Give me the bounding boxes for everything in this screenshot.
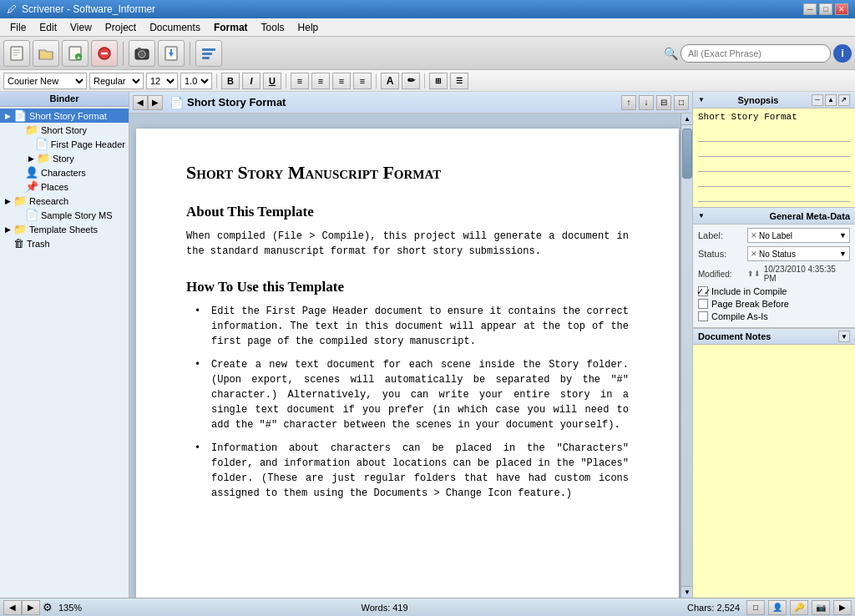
compile-as-is-row: Compile As-Is: [698, 311, 850, 321]
tree-label: Short Story Format: [29, 111, 107, 121]
label-row: Label: ✕ No Label ▼: [698, 228, 850, 243]
menu-file[interactable]: File: [3, 20, 33, 35]
highlight-button[interactable]: ✏: [402, 73, 420, 89]
size-select[interactable]: 12: [146, 73, 178, 89]
titlebar: 🖊 Scrivener - Software_Informer ─ □ ✕: [0, 0, 855, 18]
status-view-btn-4[interactable]: 📷: [812, 600, 830, 615]
synopsis-expand-icon[interactable]: ▲: [825, 94, 837, 106]
tree-item-sample-story[interactable]: 📄 Sample Story MS: [0, 208, 129, 222]
tree-item-characters[interactable]: 👤 Characters: [0, 165, 129, 179]
menu-documents[interactable]: Documents: [143, 20, 207, 35]
zoom-decrease-button[interactable]: ◀: [3, 600, 22, 615]
snapshot-button[interactable]: [129, 40, 155, 67]
status-view-btn-2[interactable]: 👤: [768, 600, 787, 615]
folder-icon: 📁: [25, 124, 38, 136]
menu-edit[interactable]: Edit: [33, 20, 63, 35]
export-button[interactable]: [158, 40, 185, 67]
view-mode-button[interactable]: □: [674, 95, 689, 110]
status-view-btn-3[interactable]: 🔑: [790, 600, 808, 615]
doc-notes-arrow-icon[interactable]: ▼: [838, 331, 850, 342]
synopsis-detach-icon[interactable]: ↗: [838, 94, 850, 106]
svg-rect-18: [202, 57, 210, 59]
zoom-increase-button[interactable]: ▶: [22, 600, 40, 615]
search-icon: 🔍: [664, 47, 678, 60]
scrollbar-down-button[interactable]: ▼: [681, 586, 692, 598]
menu-tools[interactable]: Tools: [255, 20, 291, 35]
editor-scrollbar[interactable]: ▲ ▼: [680, 114, 692, 598]
tree-item-story[interactable]: ▶ 📁 Story: [0, 151, 129, 165]
page-break-checkbox[interactable]: [698, 299, 708, 309]
doc-notes-content[interactable]: [693, 345, 855, 598]
add-button[interactable]: +: [62, 40, 89, 67]
label-dropdown[interactable]: ✕ No Label ▼: [747, 228, 850, 243]
search-input[interactable]: [680, 44, 831, 63]
align-justify-button[interactable]: ≡: [353, 73, 372, 89]
align-left-button[interactable]: ≡: [291, 73, 309, 89]
underline-button[interactable]: U: [263, 73, 281, 89]
menu-format[interactable]: Format: [207, 20, 255, 35]
synopsis-lines: [698, 129, 850, 202]
svg-rect-0: [11, 47, 23, 60]
synopsis-line-3: [698, 159, 850, 172]
doc-icon: 📄: [13, 109, 27, 122]
format-separator-3: [376, 73, 377, 88]
editor-main[interactable]: Short Story Manuscript Format About This…: [129, 114, 680, 598]
status-label: Status:: [698, 249, 744, 259]
status-dropdown[interactable]: ✕ No Status ▼: [747, 246, 850, 261]
compile-as-is-checkbox[interactable]: [698, 311, 708, 321]
nav-button[interactable]: [195, 40, 222, 67]
binder-header: Binder: [0, 92, 129, 107]
close-button[interactable]: ✕: [835, 3, 848, 15]
synopsis-text: Short Story Format: [698, 112, 797, 122]
scrollbar-thumb[interactable]: [682, 129, 692, 179]
split-button[interactable]: ⊟: [656, 95, 671, 110]
nav-down-button[interactable]: ↓: [639, 95, 654, 110]
tree-label: First Page Header: [51, 139, 125, 149]
maximize-button[interactable]: □: [819, 3, 832, 15]
status-view-btn-5[interactable]: ▶: [833, 600, 852, 615]
scrollbar-up-button[interactable]: ▲: [681, 114, 692, 125]
include-compile-row: ✓ Include in Compile: [698, 286, 850, 296]
synopsis-minimize-icon[interactable]: ─: [812, 94, 823, 106]
align-center-button[interactable]: ≡: [311, 73, 330, 89]
include-compile-checkbox[interactable]: ✓: [698, 286, 708, 296]
spacing-select[interactable]: 1.0: [180, 73, 212, 89]
open-button[interactable]: [33, 40, 59, 67]
bullet-item-2: Create a new text document for each scen…: [195, 357, 629, 432]
list-button[interactable]: ☰: [450, 73, 468, 89]
minimize-button[interactable]: ─: [803, 3, 817, 15]
meta-content: Label: ✕ No Label ▼ Status: ✕ No Status …: [693, 225, 855, 327]
synopsis-content[interactable]: Short Story Format: [693, 109, 855, 207]
tree-item-places[interactable]: 📌 Places: [0, 179, 129, 194]
status-x-icon: ✕: [751, 250, 757, 258]
tree-item-short-story[interactable]: 📁 Short Story: [0, 123, 129, 137]
doc-title-icon: 📄: [169, 96, 184, 109]
align-right-button[interactable]: ≡: [332, 73, 351, 89]
menu-project[interactable]: Project: [99, 20, 143, 35]
compile-as-is-label: Compile As-Is: [711, 311, 768, 321]
doc-notes-icons: ▼: [838, 331, 850, 342]
nav-up-button[interactable]: ↑: [621, 95, 636, 110]
format-separator-2: [286, 73, 286, 88]
synopsis-line-1: [698, 129, 850, 142]
info-button[interactable]: i: [833, 44, 852, 63]
menu-view[interactable]: View: [63, 20, 99, 35]
menu-help[interactable]: Help: [291, 20, 326, 35]
tree-item-trash[interactable]: 🗑 Trash: [0, 236, 129, 250]
style-select[interactable]: Regular: [89, 73, 144, 89]
tree-item-short-story-format[interactable]: ▶ 📄 Short Story Format: [0, 109, 129, 123]
table-button[interactable]: ⊞: [429, 73, 448, 89]
font-select[interactable]: Courier New: [3, 73, 87, 89]
tree-item-template-sheets[interactable]: ▶ 📁 Template Sheets: [0, 222, 129, 236]
status-view-btn-1[interactable]: □: [746, 600, 765, 615]
delete-button[interactable]: [91, 40, 118, 67]
tree-item-first-page-header[interactable]: 📄 First Page Header: [0, 137, 129, 151]
new-project-button[interactable]: [3, 40, 30, 67]
nav-back-button[interactable]: ◀: [133, 95, 148, 110]
nav-forward-button[interactable]: ▶: [148, 95, 163, 110]
svg-rect-12: [138, 48, 141, 50]
italic-button[interactable]: I: [242, 73, 261, 89]
text-color-button[interactable]: A: [381, 73, 399, 89]
tree-item-research[interactable]: ▶ 📁 Research: [0, 194, 129, 208]
bold-button[interactable]: B: [221, 73, 240, 89]
